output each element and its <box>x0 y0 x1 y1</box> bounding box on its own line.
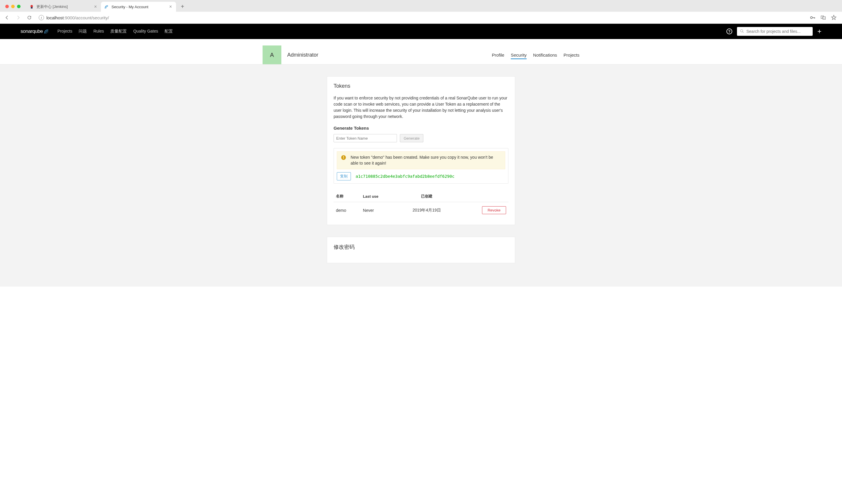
nav-rules[interactable]: Rules <box>93 29 104 34</box>
svg-point-2 <box>811 17 813 19</box>
account-header: A Administrator Profile Security Notific… <box>0 39 842 65</box>
sonarqube-logo[interactable]: sonarqube <box>20 29 49 34</box>
nav-quality-profiles[interactable]: 质量配置 <box>110 29 127 34</box>
url-text: localhost:9000/account/security/ <box>46 15 109 20</box>
th-created: 已创建 <box>397 191 456 202</box>
th-actions <box>456 191 508 202</box>
sonarqube-logo-icon <box>44 29 49 34</box>
token-value: a1c710885c2dbe4e3abfc9afabd2b8eefdf6290c <box>356 174 454 179</box>
th-last-use: Last use <box>361 191 397 202</box>
svg-point-0 <box>31 5 33 7</box>
sonarqube-favicon-icon <box>104 4 109 9</box>
tab-profile[interactable]: Profile <box>492 47 504 63</box>
alert-message: New token "demo" has been created. Make … <box>351 155 501 166</box>
th-name: 名称 <box>334 191 361 202</box>
tokens-title: Tokens <box>334 83 508 89</box>
account-name: Administrator <box>287 52 492 58</box>
create-button[interactable]: + <box>817 27 822 36</box>
close-tab-icon[interactable]: × <box>94 4 97 10</box>
reload-button[interactable] <box>25 14 33 22</box>
search-icon <box>740 29 744 34</box>
tokens-card: Tokens If you want to enforce security b… <box>327 76 515 225</box>
cell-last-use: Never <box>361 202 397 219</box>
warning-icon: ! <box>341 155 346 160</box>
generate-button[interactable]: Generate <box>400 134 423 142</box>
app-header: sonarqube Projects 问题 Rules 质量配置 Quality… <box>0 24 842 39</box>
toolbar-right-icons: 文A <box>810 15 839 20</box>
table-row: demo Never 2019年4月19日 Revoke <box>334 202 508 219</box>
search-box[interactable] <box>737 27 813 36</box>
password-key-icon[interactable] <box>810 15 816 20</box>
new-token-panel: ! New token "demo" has been created. Mak… <box>334 148 508 184</box>
password-card: 修改密码 <box>327 237 515 263</box>
search-input[interactable] <box>746 29 810 34</box>
cell-created: 2019年4月19日 <box>397 202 456 219</box>
copy-button[interactable]: 复制 <box>337 172 351 180</box>
nav-administration[interactable]: 配置 <box>165 29 173 34</box>
generate-title: Generate Tokens <box>334 126 508 130</box>
minimize-window[interactable] <box>11 5 15 8</box>
cell-name: demo <box>334 202 361 219</box>
address-bar[interactable]: i localhost:9000/account/security/ <box>36 13 807 22</box>
maximize-window[interactable] <box>17 5 20 8</box>
tab-title: 更新中心 [Jenkins] <box>36 4 91 10</box>
browser-tab-sonarqube[interactable]: Security - My Account × <box>101 2 176 12</box>
token-name-input[interactable] <box>334 134 397 142</box>
cell-actions: Revoke <box>456 202 508 219</box>
bookmark-star-icon[interactable] <box>831 15 837 20</box>
tab-projects[interactable]: Projects <box>563 47 579 63</box>
back-button[interactable] <box>3 14 11 22</box>
tab-security[interactable]: Security <box>511 47 526 63</box>
svg-rect-1 <box>31 7 33 8</box>
generate-row: Generate <box>334 134 508 142</box>
tokens-description: If you want to enforce security by not p… <box>334 95 508 120</box>
page-body: Tokens If you want to enforce security b… <box>0 65 842 287</box>
help-icon[interactable]: ? <box>727 29 732 34</box>
translate-icon[interactable]: 文A <box>820 15 826 20</box>
site-info-icon[interactable]: i <box>39 15 44 20</box>
account-tabs: Profile Security Notifications Projects <box>492 46 579 64</box>
close-tab-icon[interactable]: × <box>169 4 173 10</box>
main-nav: Projects 问题 Rules 质量配置 Quality Gates 配置 <box>57 29 720 34</box>
token-value-row: 复制 a1c710885c2dbe4e3abfc9afabd2b8eefdf62… <box>334 172 508 183</box>
browser-toolbar: i localhost:9000/account/security/ 文A <box>0 12 842 23</box>
window-controls <box>5 5 20 8</box>
alert-banner: ! New token "demo" has been created. Mak… <box>337 151 505 169</box>
tab-notifications[interactable]: Notifications <box>533 47 557 63</box>
tokens-table: 名称 Last use 已创建 demo Never 2019年4月19日 Re… <box>334 191 508 218</box>
new-tab-button[interactable]: + <box>178 2 186 11</box>
nav-issues[interactable]: 问题 <box>78 29 87 34</box>
tab-bar: 更新中心 [Jenkins] × Security - My Account ×… <box>0 0 842 12</box>
password-title: 修改密码 <box>334 244 508 251</box>
svg-point-7 <box>740 29 743 32</box>
close-window[interactable] <box>5 5 9 8</box>
browser-tab-jenkins[interactable]: 更新中心 [Jenkins] × <box>26 2 101 12</box>
browser-chrome: 更新中心 [Jenkins] × Security - My Account ×… <box>0 0 842 24</box>
forward-button[interactable] <box>14 14 22 22</box>
avatar: A <box>263 46 281 64</box>
svg-text:文: 文 <box>822 16 824 18</box>
nav-quality-gates[interactable]: Quality Gates <box>133 29 158 34</box>
tab-title: Security - My Account <box>111 5 166 9</box>
nav-projects[interactable]: Projects <box>57 29 72 34</box>
jenkins-favicon-icon <box>29 4 34 9</box>
revoke-button[interactable]: Revoke <box>482 206 506 214</box>
svg-text:A: A <box>824 17 825 19</box>
header-right: ? + <box>727 27 822 36</box>
